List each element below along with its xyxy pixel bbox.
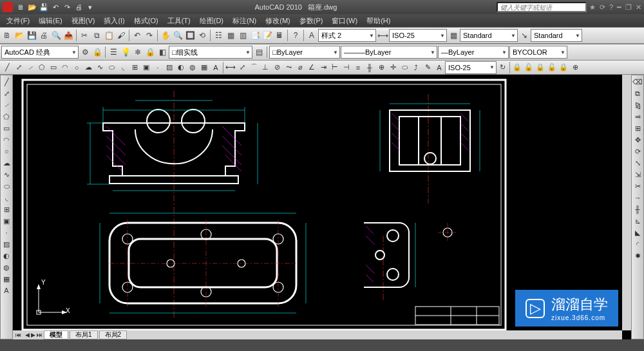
zoom-rt-icon[interactable]: 🔍 [172, 30, 184, 41]
dim-update-icon[interactable]: ↻ [497, 62, 508, 73]
xline-icon[interactable]: ⤢ [13, 62, 24, 73]
rect-icon[interactable]: ▭ [1, 123, 12, 133]
dim-ang-icon[interactable]: ∠ [306, 62, 317, 73]
join-icon[interactable]: ⊾ [632, 216, 643, 226]
spline-icon[interactable]: ∿ [1, 169, 12, 180]
layer-state-icon[interactable]: ▤ [253, 46, 265, 58]
mirror-icon[interactable]: ⧎ [632, 100, 643, 110]
layer-color-dropdown[interactable]: □ ByLayer [269, 46, 340, 59]
markup-icon[interactable]: 📝 [261, 30, 273, 41]
publish-icon[interactable]: 📤 [62, 30, 74, 41]
menu-view[interactable]: 视图(V) [68, 15, 99, 27]
lock3-icon[interactable]: 🔒 [535, 62, 546, 73]
minimize-icon[interactable]: ━ [617, 3, 621, 12]
ellipse-icon[interactable]: ⬭ [1, 181, 12, 191]
revcloud-icon[interactable]: ☁ [82, 62, 94, 73]
lock1-icon[interactable]: 🔒 [511, 62, 523, 73]
tab-layout2[interactable]: 布局2 [99, 330, 128, 339]
gradient-icon[interactable]: ◐ [175, 62, 187, 73]
menu-dim[interactable]: 标注(N) [229, 15, 260, 27]
workspace-dropdown[interactable]: AutoCAD 经典 [1, 46, 79, 59]
polygon-icon[interactable]: ⬠ [36, 62, 48, 73]
pline-icon[interactable]: ⟋ [24, 62, 36, 73]
open-icon[interactable]: 📂 [27, 2, 37, 12]
tab-layout1[interactable]: 布局1 [70, 330, 98, 339]
copy-icon[interactable]: ⧉ [91, 30, 102, 41]
dim-tedit-icon[interactable]: A [433, 62, 445, 73]
region-icon[interactable]: ◍ [187, 62, 198, 73]
ws-settings-icon[interactable]: ⚙ [79, 46, 91, 58]
menu-help[interactable]: 帮助(H) [363, 15, 394, 27]
menu-file[interactable]: 文件(F) [3, 15, 33, 27]
menu-param[interactable]: 参数(P) [296, 15, 327, 27]
save-icon[interactable]: 💾 [26, 30, 37, 41]
dim-cont-icon[interactable]: ⊣ [341, 62, 352, 73]
tab-nav-first-icon[interactable]: ⏮ [13, 332, 24, 338]
help-icon[interactable]: ? [609, 3, 613, 12]
menu-format[interactable]: 格式(O) [130, 15, 162, 27]
break-icon[interactable]: ╫ [632, 204, 643, 214]
zoom-win-icon[interactable]: 🔲 [184, 30, 196, 41]
dimstyle-dropdown[interactable]: ISO-25 [389, 29, 447, 42]
xline-icon[interactable]: ⤢ [1, 88, 12, 99]
color-dropdown[interactable]: BYCOLOR [509, 46, 567, 59]
qcalc-icon[interactable]: 🖩 [274, 30, 285, 41]
dim-linear-icon[interactable]: ⟷ [225, 62, 236, 73]
region-icon[interactable]: ◍ [1, 262, 12, 272]
mtext-icon[interactable]: A [210, 62, 222, 73]
circle-icon[interactable]: ○ [1, 146, 12, 157]
annotation-style-dropdown[interactable]: 样式 2 [318, 29, 376, 42]
tp-icon[interactable]: ▥ [237, 30, 249, 41]
open-icon[interactable]: 📂 [14, 30, 25, 41]
layer-on-icon[interactable]: 💡 [120, 46, 131, 58]
copy-icon[interactable]: ⧉ [632, 88, 643, 99]
table2-icon[interactable]: ▦ [198, 62, 210, 73]
undo-icon[interactable]: ↶ [50, 2, 61, 12]
lock6-icon[interactable]: ⊕ [569, 62, 581, 73]
dim-aligned-icon[interactable]: ⤢ [236, 62, 248, 73]
preview-icon[interactable]: 🔍 [50, 30, 62, 41]
tablestyle-dropdown[interactable]: Standard [531, 29, 582, 42]
line-icon[interactable]: ╱ [1, 77, 12, 87]
comm-icon[interactable]: ⟳ [600, 3, 605, 12]
lock2-icon[interactable]: 🔓 [523, 62, 535, 73]
menu-draw[interactable]: 绘图(D) [196, 15, 227, 27]
gradient-icon[interactable]: ◐ [1, 251, 12, 261]
dim-qd-icon[interactable]: ⇥ [317, 62, 329, 73]
layer-lock-icon[interactable]: 🔒 [144, 46, 156, 58]
dim-arc-icon[interactable]: ⌒ [248, 62, 260, 73]
array-icon[interactable]: ⊞ [632, 123, 643, 133]
layer-freeze-icon[interactable]: ❄ [132, 46, 144, 58]
tab-model[interactable]: 模型 [44, 330, 68, 339]
pan-icon[interactable]: ✋ [160, 30, 171, 41]
ws-lock-icon[interactable]: 🔒 [91, 46, 103, 58]
print-icon[interactable]: 🖨 [73, 2, 84, 12]
rect-icon[interactable]: ▭ [48, 62, 59, 73]
chamfer-icon[interactable]: ◣ [632, 227, 643, 238]
fillet-icon[interactable]: ◜ [632, 239, 643, 249]
arc-icon[interactable]: ◠ [59, 62, 71, 73]
dim-base-icon[interactable]: ⊢ [329, 62, 341, 73]
qat-more-icon[interactable]: ▾ [85, 2, 95, 12]
tab-nav-prev-icon[interactable]: ◀ [25, 332, 30, 338]
mtext-icon[interactable]: A [1, 285, 12, 296]
search-input[interactable] [497, 2, 587, 12]
explode-icon[interactable]: ✹ [632, 251, 643, 261]
lineweight-dropdown[interactable]: — ByLayer [438, 46, 509, 59]
polygon-icon[interactable]: ⬠ [1, 111, 12, 122]
menu-tools[interactable]: 工具(T) [164, 15, 194, 27]
dim-icon[interactable]: ⟷ [377, 30, 388, 41]
menu-modify[interactable]: 修改(M) [261, 15, 294, 27]
trim-icon[interactable]: ✂ [632, 181, 643, 191]
style-icon[interactable]: A [306, 30, 317, 41]
dim-space-icon[interactable]: ≡ [352, 62, 364, 73]
paste-icon[interactable]: 📋 [103, 30, 115, 41]
line-icon[interactable]: ╱ [1, 62, 13, 73]
move-icon[interactable]: ✥ [632, 135, 643, 145]
table-icon[interactable]: ▦ [448, 30, 459, 41]
close-icon[interactable]: ✕ [636, 3, 641, 12]
insert-icon[interactable]: ⊞ [129, 62, 140, 73]
layer-color-icon[interactable]: ◧ [156, 46, 168, 58]
plot-icon[interactable]: 🖨 [38, 30, 50, 41]
offset-icon[interactable]: ⥤ [632, 111, 643, 122]
